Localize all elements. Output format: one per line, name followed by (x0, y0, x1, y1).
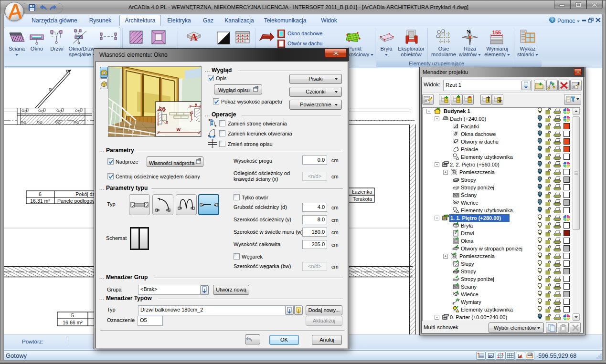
svg-text:?: ? (551, 18, 554, 22)
svg-text:Panele podłogowe: Panele podłogowe (57, 198, 99, 204)
svg-text:LWT: LWT (528, 353, 533, 356)
svg-text:w: w (176, 127, 181, 132)
svg-text:d: d (190, 110, 193, 115)
svg-text:N: N (467, 29, 470, 34)
svg-text:Łazienka: Łazienka (352, 189, 372, 195)
svg-text:x: x (166, 120, 168, 125)
svg-text:A: A (190, 31, 198, 43)
svg-text:155: 155 (492, 30, 501, 35)
svg-text:16.66 m²: 16.66 m² (63, 320, 83, 325)
svg-text:6: 6 (39, 191, 42, 197)
svg-text:Terakota: Terakota (353, 196, 372, 202)
svg-text:5: 5 (71, 312, 74, 318)
svg-text:16.31 m²: 16.31 m² (30, 198, 50, 204)
svg-text:3D: 3D (488, 354, 493, 359)
